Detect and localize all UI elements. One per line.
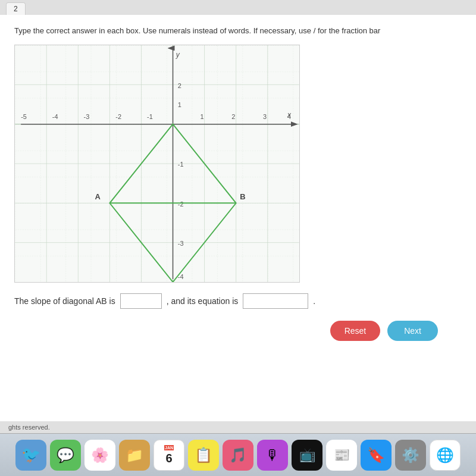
svg-text:-5: -5: [21, 114, 27, 121]
instructions-text: Type the correct answer in each box. Use…: [14, 26, 462, 36]
svg-text:A: A: [95, 192, 101, 201]
svg-text:-1: -1: [178, 161, 184, 168]
question-text3: .: [313, 296, 315, 306]
dock-item-folder[interactable]: 📁: [119, 440, 150, 471]
svg-text:3: 3: [263, 114, 267, 121]
svg-text:-2: -2: [115, 114, 121, 121]
dock-item-photos[interactable]: 🌸: [84, 440, 115, 471]
dock-item-systemprefs[interactable]: ⚙️: [395, 440, 426, 471]
dock-item-chrome[interactable]: 🌐: [430, 440, 461, 471]
svg-text:-4: -4: [52, 114, 58, 121]
tab-label[interactable]: 2: [6, 2, 26, 15]
svg-text:2: 2: [178, 82, 181, 89]
svg-text:2: 2: [231, 114, 235, 121]
reset-button[interactable]: Reset: [330, 321, 381, 341]
svg-text:-1: -1: [147, 114, 153, 121]
dock-item-music[interactable]: 🎵: [223, 440, 253, 471]
dock-item-news[interactable]: 📰: [326, 440, 357, 471]
footer: ghts reserved.: [0, 421, 476, 433]
footer-text: ghts reserved.: [8, 424, 50, 431]
dock-item-finder[interactable]: 🐦: [15, 440, 46, 471]
svg-text:B: B: [240, 192, 245, 201]
equation-input[interactable]: [243, 293, 308, 309]
slope-input[interactable]: [120, 293, 162, 309]
calendar-day: 6: [165, 450, 172, 465]
tab-bar: 2: [0, 0, 476, 15]
dock-item-notes[interactable]: 📋: [188, 440, 219, 471]
svg-text:-3: -3: [84, 114, 90, 121]
svg-text:y: y: [176, 51, 180, 59]
svg-text:1: 1: [201, 114, 204, 121]
graph-container: -5 -4 -3 -2 -1 1 2 3 4 2 1 -1 -2 -3 -4 x: [14, 45, 300, 283]
dock-item-tv[interactable]: 📺: [292, 440, 322, 471]
calendar-month: JAN: [164, 445, 174, 450]
page-container: 2 Type the correct answer in each box. U…: [0, 0, 476, 476]
buttons-row: Reset Next: [14, 321, 438, 341]
answer-row: The slope of diagonal AB is , and its eq…: [14, 293, 462, 309]
graph-svg: -5 -4 -3 -2 -1 1 2 3 4 2 1 -1 -2 -3 -4 x: [15, 45, 299, 282]
dock-item-appstore[interactable]: 🔖: [361, 440, 392, 471]
svg-text:1: 1: [178, 102, 181, 109]
dock: 🐦 💬 🌸 📁 JAN 6 📋 🎵 🎙 📺 📰 �: [0, 433, 476, 476]
dock-item-messages[interactable]: 💬: [50, 440, 81, 471]
next-button[interactable]: Next: [387, 321, 438, 341]
dock-item-podcasts[interactable]: 🎙: [257, 440, 288, 471]
svg-text:x: x: [287, 111, 292, 120]
question-text1: The slope of diagonal AB is: [14, 296, 115, 306]
svg-text:-3: -3: [178, 240, 184, 247]
svg-text:-2: -2: [178, 201, 184, 208]
dock-item-calendar[interactable]: JAN 6: [154, 440, 184, 471]
question-text2: , and its equation is: [167, 296, 239, 306]
main-content: Type the correct answer in each box. Use…: [0, 15, 476, 421]
